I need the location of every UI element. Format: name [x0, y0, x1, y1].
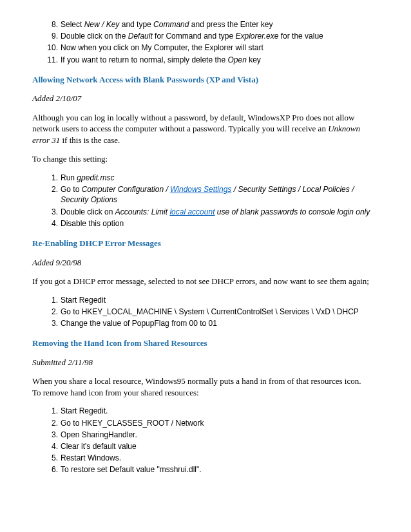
paragraph: Although you can log in locally without …	[32, 112, 379, 146]
section3-list: 1.Start Regedit. 2.Go to HKEY_CLASSES_RO…	[32, 406, 379, 475]
list-item: 8.Select New / Key and type Command and …	[61, 19, 379, 30]
list-item: 5.Restart Windows.	[61, 453, 379, 463]
paragraph: To remove hand icon from your shared res…	[32, 387, 379, 399]
list-item: 2.Go to HKEY_LOCAL_MACHINE \ System \ Cu…	[61, 307, 379, 317]
section2-list: 1.Start Regedit 2.Go to HKEY_LOCAL_MACHI…	[32, 295, 379, 329]
section1-list: 1.Run gpedit.msc 2.Go to Computer Config…	[32, 173, 379, 229]
paragraph: When you share a local resource, Windows…	[32, 375, 379, 387]
list-item: 6.To restore set Default value "msshrui.…	[61, 464, 379, 475]
list-item: 3.Double click on Accounts: Limit local …	[61, 207, 379, 217]
list-item: 3.Open SharingHandler.	[61, 430, 379, 440]
list-item: 1.Start Regedit.	[61, 406, 379, 416]
section-heading-hand-icon: Removing the Hand Icon from Shared Resou…	[32, 337, 379, 349]
date-line: Submitted 2/11/98	[32, 357, 379, 368]
list-item: 2.Go to HKEY_CLASSES_ROOT / Network	[61, 418, 379, 428]
paragraph: If you got a DHCP error message, selecte…	[32, 276, 379, 287]
link-local-account[interactable]: local account	[169, 207, 215, 216]
list-item: 4.Disable this option	[61, 218, 379, 229]
list-item: 9.Double click on the Default for Comman…	[61, 31, 379, 41]
list-item: 2.Go to Computer Configuration / Windows…	[61, 184, 379, 205]
date-line: Added 2/10/07	[32, 93, 379, 104]
section-heading-network-access: Allowing Network Access with Blank Passw…	[32, 74, 379, 86]
list-item: 11.If you want to return to normal, simp…	[61, 55, 379, 65]
paragraph: To change this setting:	[32, 153, 379, 165]
list-item: 4.Clear it's default value	[61, 441, 379, 451]
list-item: 1.Start Regedit	[61, 295, 379, 305]
top-list: 8.Select New / Key and type Command and …	[32, 19, 379, 65]
link-windows-settings[interactable]: Windows Settings	[170, 185, 231, 194]
list-item: 3.Change the value of PopupFlag from 00 …	[61, 318, 379, 328]
list-item: 1.Run gpedit.msc	[61, 173, 379, 183]
section-heading-dhcp: Re-Enabling DHCP Error Messages	[32, 238, 379, 249]
date-line: Added 9/20/98	[32, 257, 379, 269]
list-item: 10.Now when you click on My Computer, th…	[61, 43, 379, 53]
